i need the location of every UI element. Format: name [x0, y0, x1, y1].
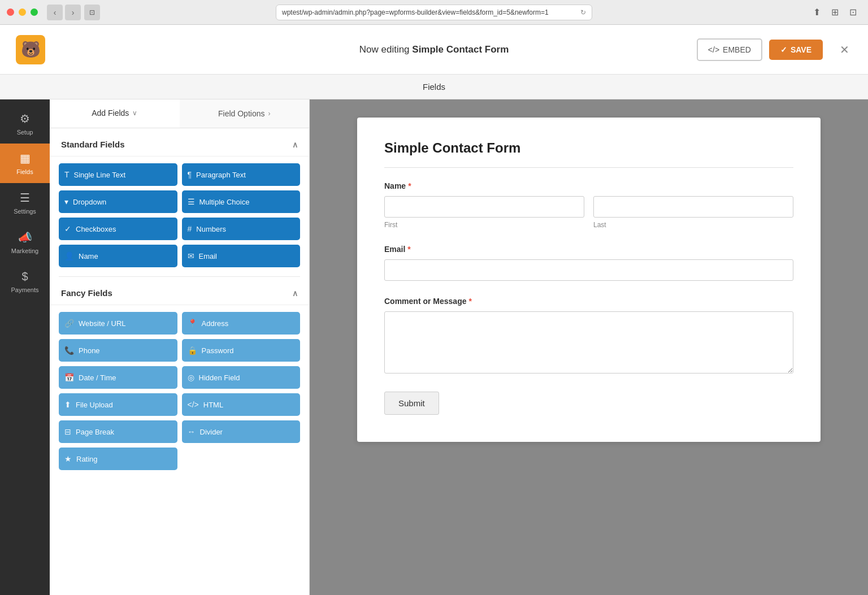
refresh-button[interactable]: ↻: [580, 8, 586, 16]
required-star: *: [407, 245, 410, 254]
field-btn-email[interactable]: ✉ Email: [182, 245, 301, 267]
form-field-comment: Comment or Message *: [384, 297, 793, 376]
field-btn-checkboxes[interactable]: ✓ Checkboxes: [59, 218, 177, 240]
field-btn-rating[interactable]: ★ Rating: [59, 448, 177, 470]
sidebar-item-label: Fields: [16, 168, 33, 175]
first-name-input[interactable]: [384, 196, 584, 218]
browser-nav: ‹ ›: [47, 5, 81, 20]
fields-tab-bar: Fields: [0, 75, 868, 99]
logo-bear-icon: 🐻: [16, 35, 45, 64]
field-btn-hidden-field[interactable]: ◎ Hidden Field: [182, 366, 301, 389]
fields-icon: ▦: [20, 151, 31, 165]
sidebar-nav: ⚙ Setup ▦ Fields ☰ Settings 📣 Marketing …: [0, 99, 50, 595]
first-name-col: First: [384, 196, 584, 229]
extensions-icon[interactable]: ⊡: [847, 6, 859, 19]
dropdown-icon: ▾: [64, 197, 68, 206]
form-field-email: Email *: [384, 245, 793, 281]
collapse-chevron-icon: ∧: [292, 289, 298, 298]
url-bar[interactable]: wptest/wp-admin/admin.php?page=wpforms-b…: [276, 5, 592, 20]
save-button[interactable]: ✓ SAVE: [769, 40, 823, 60]
field-btn-date-time[interactable]: 📅 Date / Time: [59, 366, 177, 389]
url-text: wptest/wp-admin/admin.php?page=wpforms-b…: [282, 8, 549, 16]
tab-field-options[interactable]: Field Options ›: [180, 99, 310, 128]
header-actions: </> EMBED ✓ SAVE ✕: [697, 38, 854, 61]
browser-actions: ⬆ ⊞ ⊡: [810, 6, 859, 19]
field-btn-paragraph-text[interactable]: ¶ Paragraph Text: [182, 163, 301, 186]
checkbox-icon: ✓: [64, 224, 71, 233]
last-sub-label: Last: [593, 221, 793, 229]
close-window-button[interactable]: [7, 8, 14, 16]
lock-icon: 🔒: [188, 346, 197, 355]
field-btn-page-break[interactable]: ⊟ Page Break: [59, 420, 177, 443]
field-btn-divider[interactable]: ↔ Divider: [182, 420, 301, 443]
comment-textarea[interactable]: [384, 311, 793, 373]
standard-fields-grid: T Single Line Text ¶ Paragraph Text ▾ Dr…: [50, 157, 309, 274]
standard-fields-section[interactable]: Standard Fields ∧: [50, 131, 309, 157]
maximize-window-button[interactable]: [31, 8, 38, 16]
field-btn-address[interactable]: 📍 Address: [182, 312, 301, 335]
tab-add-fields[interactable]: Add Fields ∨: [50, 99, 180, 128]
form-field-name: Name * First Last: [384, 181, 793, 229]
submit-button[interactable]: Submit: [384, 392, 439, 415]
sidebar-item-settings[interactable]: ☰ Settings: [0, 183, 50, 223]
field-btn-phone[interactable]: 📞 Phone: [59, 339, 177, 362]
form-card: Simple Contact Form Name * First Last: [357, 118, 821, 442]
field-btn-name[interactable]: 👤 Name: [59, 245, 177, 267]
tab-view-button[interactable]: ⊡: [84, 5, 100, 20]
field-btn-dropdown[interactable]: ▾ Dropdown: [59, 190, 177, 213]
name-row: First Last: [384, 196, 793, 229]
new-tab-icon[interactable]: ⊞: [828, 6, 841, 19]
chevron-down-icon: ∨: [132, 109, 137, 117]
fancy-fields-grid: 🔗 Website / URL 📍 Address 📞 Phone 🔒 Pass…: [50, 305, 309, 477]
chevron-right-icon: ›: [268, 110, 270, 118]
list-icon: ☰: [188, 197, 195, 206]
pin-icon: 📍: [188, 319, 197, 328]
minimize-window-button[interactable]: [19, 8, 26, 16]
field-btn-single-line-text[interactable]: T Single Line Text: [59, 163, 177, 186]
divider-icon: ↔: [188, 427, 196, 436]
required-star: *: [408, 181, 411, 190]
share-icon[interactable]: ⬆: [810, 6, 823, 19]
sidebar-item-payments[interactable]: $ Payments: [0, 262, 50, 301]
email-icon: ✉: [188, 251, 194, 260]
field-btn-website-url[interactable]: 🔗 Website / URL: [59, 312, 177, 335]
email-label: Email *: [384, 245, 793, 254]
form-preview-area: Simple Contact Form Name * First Last: [310, 99, 868, 595]
app-header: 🐻 Now editing Simple Contact Form </> EM…: [0, 25, 868, 75]
field-btn-html[interactable]: </> HTML: [182, 393, 301, 416]
title-bar: ‹ › ⊡ wptest/wp-admin/admin.php?page=wpf…: [0, 0, 868, 25]
forward-button[interactable]: ›: [65, 5, 81, 20]
paragraph-icon: ¶: [188, 170, 192, 179]
field-btn-numbers[interactable]: # Numbers: [182, 218, 301, 240]
page-break-icon: ⊟: [64, 427, 71, 436]
fancy-fields-section[interactable]: Fancy Fields ∧: [50, 279, 309, 305]
field-btn-multiple-choice[interactable]: ☰ Multiple Choice: [182, 190, 301, 213]
field-btn-password[interactable]: 🔒 Password: [182, 339, 301, 362]
sidebar-item-label: Marketing: [11, 247, 38, 254]
form-name-label: Simple Contact Form: [412, 44, 509, 55]
window-controls: [7, 8, 38, 16]
collapse-chevron-icon: ∧: [292, 140, 298, 149]
calendar-icon: 📅: [64, 373, 74, 382]
embed-button[interactable]: </> EMBED: [697, 38, 762, 61]
sidebar-item-fields[interactable]: ▦ Fields: [0, 144, 50, 183]
close-editor-button[interactable]: ✕: [834, 40, 854, 60]
sidebar-item-label: Setup: [17, 129, 33, 136]
setup-icon: ⚙: [20, 112, 30, 125]
field-btn-file-upload[interactable]: ⬆ File Upload: [59, 393, 177, 416]
hash-icon: #: [188, 224, 192, 233]
payments-icon: $: [21, 270, 28, 283]
sidebar-item-setup[interactable]: ⚙ Setup: [0, 104, 50, 144]
email-input[interactable]: [384, 259, 793, 281]
settings-icon: ☰: [20, 191, 30, 205]
back-button[interactable]: ‹: [47, 5, 63, 20]
field-options-tab-label: Field Options: [218, 109, 264, 118]
sidebar-item-marketing[interactable]: 📣 Marketing: [0, 223, 50, 262]
star-icon: ★: [64, 454, 72, 463]
main-layout: ⚙ Setup ▦ Fields ☰ Settings 📣 Marketing …: [0, 99, 868, 595]
left-panel: Add Fields ∨ Field Options › Standard Fi…: [50, 99, 310, 595]
last-name-input[interactable]: [593, 196, 793, 218]
required-star: *: [468, 297, 471, 306]
fields-tab-label: Fields: [423, 82, 445, 92]
name-label: Name *: [384, 181, 793, 190]
